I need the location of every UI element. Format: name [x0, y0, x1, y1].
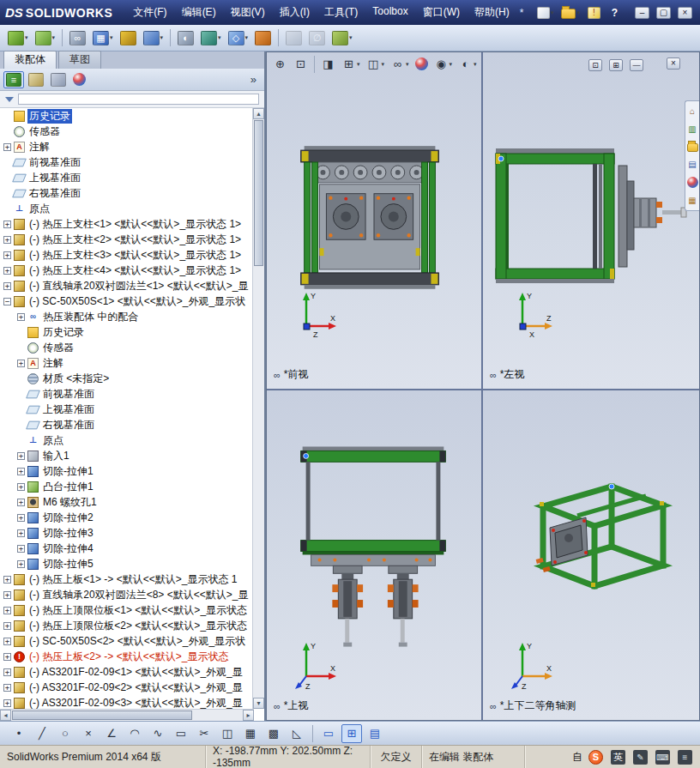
tree-item[interactable]: +M6 螺纹孔1 — [0, 494, 253, 510]
ime-keyboard-button[interactable]: ⌨ — [653, 748, 673, 766]
task-pane-home-tab[interactable]: ⌂ — [686, 105, 699, 118]
file-explorer-tab[interactable] — [686, 141, 699, 153]
tree-item[interactable]: 传感器 — [0, 124, 253, 139]
zoom-area-button[interactable]: ⊡ — [291, 55, 311, 73]
expand-toggle[interactable]: + — [3, 668, 11, 676]
insert-components-button[interactable]: ▾ — [5, 29, 31, 47]
expand-toggle[interactable]: − — [3, 298, 11, 305]
sketch-spline-button[interactable]: ∿ — [148, 724, 168, 743]
viewport-two-view-button[interactable]: ▤ — [365, 724, 385, 743]
filter-icon[interactable] — [5, 97, 14, 102]
appearances-tab[interactable] — [686, 176, 699, 189]
hide-show-items-button[interactable]: ∞▾ — [388, 55, 412, 73]
exploded-view-button[interactable]: ▾ — [329, 29, 355, 47]
sketch-angle-button[interactable]: ∠ — [101, 724, 122, 743]
tree-item[interactable]: 上视基准面 — [0, 402, 253, 417]
ime-pen-button[interactable]: ✎ — [631, 748, 650, 766]
expand-toggle[interactable]: + — [17, 452, 25, 460]
menu-item[interactable]: 插入(I) — [273, 3, 317, 22]
tree-item[interactable]: +凸台-拉伸1 — [0, 479, 253, 494]
expand-toggle[interactable]: + — [3, 607, 11, 614]
propertymanager-tab[interactable] — [26, 71, 46, 88]
expand-toggle[interactable]: + — [17, 514, 25, 522]
expand-toggle[interactable]: + — [3, 638, 11, 645]
interference-detection-button[interactable] — [283, 29, 305, 47]
tree-item[interactable]: +切除-拉伸1 — [0, 463, 253, 479]
tab-sketch[interactable]: 草图 — [58, 51, 101, 69]
section-view-button[interactable]: ◨ — [318, 55, 338, 73]
menu-item[interactable]: 编辑(E) — [175, 3, 223, 22]
viewport-isometric[interactable]: YXZ ∞ *上下二等角轴测 — [483, 390, 699, 720]
custom-menu-label[interactable]: 自 — [569, 750, 586, 765]
horizontal-scroll-thumb[interactable] — [12, 711, 192, 720]
expand-toggle[interactable]: + — [17, 313, 25, 321]
viewport-four-view-button[interactable]: ⊞ — [341, 724, 362, 743]
help-button[interactable]: ? — [606, 5, 624, 21]
expand-toggle[interactable]: + — [3, 143, 11, 151]
tree-item[interactable]: +注解 — [0, 355, 253, 371]
displaymanager-tab[interactable] — [70, 71, 88, 88]
menu-item[interactable]: 帮助(H) — [468, 3, 516, 22]
expand-toggle[interactable]: + — [3, 221, 11, 228]
measure-button[interactable]: ∅ — [306, 29, 328, 47]
tree-item[interactable]: +(-) 热压上顶限位板<1> <默认<<默认>_显示状态 — [0, 602, 253, 618]
sketch-circle-button[interactable]: ○ — [55, 724, 75, 743]
print-alert-icon[interactable]: ! — [585, 5, 603, 21]
tree-item[interactable]: +(-) AS3201F-02-09<1> <默认<<默认>_外观_显 — [0, 664, 253, 680]
minimize-button[interactable]: – — [632, 5, 652, 21]
tree-item[interactable]: +(-) 热压上支柱<2> <默认<<默认>_显示状态 1> — [0, 232, 253, 247]
tree-item[interactable]: +(-) 热压上支柱<3> <默认<<默认>_显示状态 1> — [0, 247, 253, 263]
panel-expand-chevron[interactable]: » — [250, 73, 261, 86]
viewport-front[interactable]: YXZ ∞ *前视 — [267, 52, 483, 390]
ime-menu-button[interactable]: ≡ — [675, 748, 695, 766]
tree-item[interactable]: +(-) 热压上支柱<4> <默认<<默认>_显示状态 1> — [0, 263, 253, 278]
new-motion-study-button[interactable] — [252, 29, 274, 47]
expand-toggle[interactable]: + — [17, 545, 25, 553]
tree-item[interactable]: +(-) SC-50X50S<2> <默认<<默认>_外观_显示状 — [0, 633, 253, 649]
expand-toggle[interactable]: + — [3, 251, 11, 259]
tree-item[interactable]: +(-) AS3201F-02-09<2> <默认<<默认>_外观_显 — [0, 680, 253, 695]
tree-item[interactable]: 前视基准面 — [0, 386, 253, 402]
viewport-close-button[interactable]: × — [667, 57, 680, 70]
viewport-single-view-button[interactable]: ▭ — [318, 724, 339, 743]
tree-item[interactable]: +切除-拉伸2 — [0, 510, 253, 525]
tree-item[interactable]: +(-) 直线轴承20双衬圆法兰<8> <默认<<默认>_显 — [0, 587, 253, 602]
tree-item[interactable]: +(-) 热压上支柱<1> <默认<<默认>_显示状态 1> — [0, 216, 253, 232]
edit-component-button[interactable]: ▾ — [33, 29, 58, 47]
menu-item[interactable]: 工具(T) — [317, 3, 365, 22]
expand-toggle[interactable]: + — [17, 499, 25, 506]
scroll-left-button[interactable]: ◂ — [0, 710, 11, 721]
view-palette-tab[interactable]: ▤ — [686, 158, 699, 171]
tree-vertical-scrollbar[interactable]: ▴ ▾ — [252, 108, 264, 709]
tree-item[interactable]: 历史记录 — [0, 324, 253, 340]
tree-horizontal-scrollbar[interactable]: ◂ ▸ — [0, 709, 254, 721]
sketch-arc-button[interactable]: ◠ — [124, 724, 145, 743]
tree-item[interactable]: 右视基准面 — [0, 185, 253, 201]
tree-item[interactable]: +注解 — [0, 139, 253, 154]
convert-entities-button[interactable]: ◺ — [287, 724, 307, 743]
scroll-down-button[interactable]: ▾ — [253, 698, 264, 709]
assembly-features-button[interactable]: ▾ — [198, 29, 224, 47]
configurationmanager-tab[interactable] — [48, 71, 69, 88]
close-button[interactable]: × — [675, 5, 695, 21]
mate-button[interactable]: ∞ — [67, 29, 88, 47]
sketch-point-button[interactable]: • — [9, 724, 29, 743]
tree-item[interactable]: +切除-拉伸4 — [0, 541, 253, 556]
tree-item[interactable]: 材质 <未指定> — [0, 371, 253, 386]
tree-item[interactable]: 前视基准面 — [0, 154, 253, 170]
linear-component-pattern-button[interactable]: ▦▾ — [90, 29, 116, 47]
tree-item[interactable]: 右视基准面 — [0, 417, 253, 432]
scroll-right-button[interactable]: ▸ — [243, 710, 254, 721]
custom-properties-tab[interactable]: ▦ — [686, 194, 699, 207]
scroll-up-button[interactable]: ▴ — [253, 108, 264, 119]
expand-toggle[interactable]: + — [3, 653, 11, 661]
expand-toggle[interactable]: + — [3, 622, 11, 630]
expand-toggle[interactable]: + — [3, 699, 11, 707]
language-indicator[interactable]: 英 — [608, 748, 628, 766]
linear-sketch-pattern-button[interactable]: ▦ — [240, 724, 261, 743]
show-hidden-components-button[interactable]: ◐ — [175, 29, 196, 47]
expand-toggle[interactable]: + — [3, 684, 11, 692]
menu-item[interactable]: 窗口(W) — [416, 3, 467, 22]
tree-item[interactable]: +(-) 直线轴承20双衬圆法兰<1> <默认<<默认>_显 — [0, 278, 253, 293]
expand-toggle[interactable]: + — [17, 483, 25, 491]
